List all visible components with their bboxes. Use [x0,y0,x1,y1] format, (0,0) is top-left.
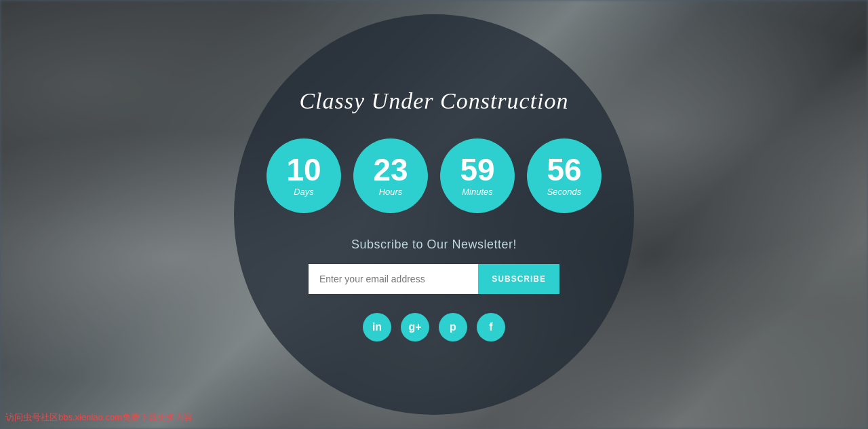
minutes-number: 59 [460,154,494,185]
countdown-hours-circle: 23 Hours [353,138,428,213]
facebook-icon[interactable]: f [477,313,505,341]
countdown-minutes: 59 Minutes [440,138,515,213]
social-icons-row: in g+ p f [363,313,505,341]
countdown-hours: 23 Hours [353,138,428,213]
countdown-seconds: 56 Seconds [527,138,601,213]
email-input[interactable] [309,264,478,294]
watermark: 访问虫号社区bbs.xienlao.com免费下载更多内容 [5,411,193,424]
countdown-minutes-circle: 59 Minutes [440,138,515,213]
hours-number: 23 [373,154,408,185]
hours-label: Hours [379,187,403,198]
google-plus-icon[interactable]: g+ [401,313,429,341]
linkedin-icon[interactable]: in [363,313,391,341]
countdown-days: 10 Days [267,138,341,213]
page-title: Classy Under Construction [299,88,568,114]
subscribe-button[interactable]: SUBSCRIBE [478,264,559,294]
pinterest-icon[interactable]: p [439,313,467,341]
countdown-row: 10 Days 23 Hours 59 Minutes 56 Seconds [267,138,601,213]
countdown-seconds-circle: 56 Seconds [527,138,601,213]
days-number: 10 [286,154,321,185]
subscribe-form: SUBSCRIBE [309,264,559,294]
newsletter-title: Subscribe to Our Newsletter! [351,238,517,252]
days-label: Days [294,187,314,198]
seconds-number: 56 [547,154,581,185]
seconds-label: Seconds [547,187,582,198]
countdown-days-circle: 10 Days [267,138,341,213]
main-overlay: Classy Under Construction 10 Days 23 Hou… [234,14,634,415]
minutes-label: Minutes [462,187,493,198]
